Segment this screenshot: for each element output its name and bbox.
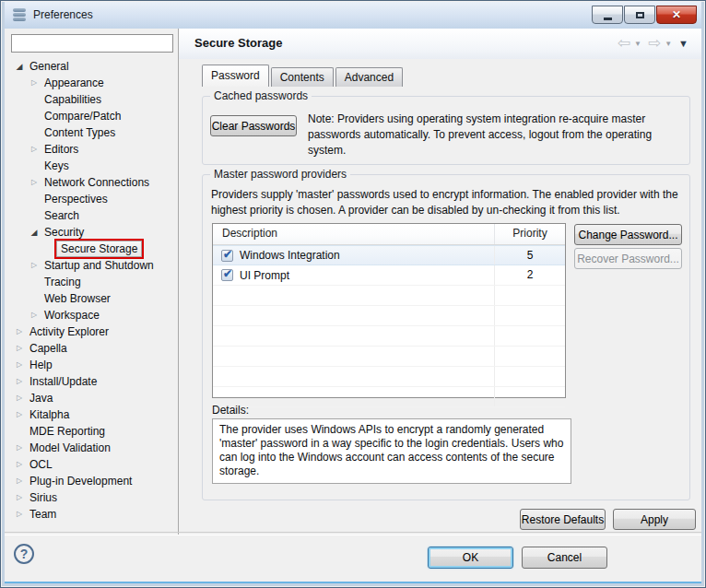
tree-item-label: Capabilities bbox=[41, 91, 104, 108]
tree-item-kitalpha[interactable]: ▷Kitalpha bbox=[5, 406, 177, 423]
column-header-description[interactable]: Description bbox=[213, 224, 495, 244]
tree-item-label: Tracing bbox=[41, 274, 84, 290]
page-title: Secure Storage bbox=[194, 36, 282, 50]
tree-item-perspectives[interactable]: Perspectives bbox=[5, 191, 177, 207]
tree-collapsed-icon[interactable]: ▷ bbox=[12, 440, 27, 456]
column-header-priority[interactable]: Priority bbox=[495, 224, 565, 244]
provider-checkbox[interactable] bbox=[221, 250, 233, 262]
ok-button[interactable]: OK bbox=[428, 547, 513, 569]
details-text: The provider uses Windows APIs to encryp… bbox=[212, 418, 571, 484]
tree-item-tracing[interactable]: Tracing bbox=[5, 274, 177, 290]
provider-checkbox[interactable] bbox=[221, 269, 233, 281]
tree-item-label: Compare/Patch bbox=[41, 108, 124, 124]
tree-item-label: Search bbox=[41, 207, 82, 224]
tree-collapsed-icon[interactable]: ▷ bbox=[27, 307, 41, 323]
tree-item-team[interactable]: ▷Team bbox=[5, 506, 177, 523]
tree-item-startup-and-shutdown[interactable]: ▷Startup and Shutdown bbox=[5, 257, 177, 274]
minimize-button[interactable] bbox=[592, 6, 623, 24]
tree-item-model-validation[interactable]: ▷Model Validation bbox=[5, 440, 177, 456]
tree-item-workspace[interactable]: ▷Workspace bbox=[5, 307, 177, 323]
tree-expanded-icon[interactable]: ◢ bbox=[27, 224, 41, 241]
maximize-button[interactable] bbox=[624, 6, 655, 24]
tree-item-java[interactable]: ▷Java bbox=[5, 390, 177, 406]
provider-priority-cell: 2 bbox=[494, 265, 565, 285]
tree-item-keys[interactable]: Keys bbox=[5, 158, 177, 174]
tree-collapsed-icon[interactable]: ▷ bbox=[27, 257, 41, 274]
tree-collapsed-icon[interactable]: ▷ bbox=[12, 323, 27, 340]
tree-item-appearance[interactable]: ▷Appearance bbox=[5, 75, 177, 91]
tree-item-capella[interactable]: ▷Capella bbox=[5, 340, 177, 357]
window-controls: ✕ bbox=[591, 6, 697, 24]
tree-item-label: Help bbox=[27, 357, 55, 373]
tree-collapsed-icon[interactable]: ▷ bbox=[27, 174, 41, 191]
tree-item-help[interactable]: ▷Help bbox=[5, 357, 177, 373]
tree-item-activity-explorer[interactable]: ▷Activity Explorer bbox=[5, 323, 177, 340]
master-providers-group: Master password providers Providers supp… bbox=[202, 174, 690, 500]
filter-input[interactable] bbox=[11, 34, 173, 53]
tree-item-label: Startup and Shutdown bbox=[41, 257, 157, 274]
tree-item-label: Model Validation bbox=[27, 440, 113, 456]
preferences-tree: ◢General▷AppearanceCapabilitiesCompare/P… bbox=[5, 58, 177, 535]
tree-item-label: Plug-in Development bbox=[27, 473, 135, 489]
window-title: Preferences bbox=[33, 8, 93, 21]
tree-item-editors[interactable]: ▷Editors bbox=[5, 141, 177, 158]
provider-row-ui-prompt[interactable]: UI Prompt2 bbox=[213, 265, 565, 286]
tree-collapsed-icon[interactable]: ▷ bbox=[12, 390, 27, 406]
providers-table-body: Windows Integration5UI Prompt2 bbox=[213, 245, 565, 407]
tab-contents[interactable]: Contents bbox=[271, 67, 334, 87]
back-arrow-icon[interactable]: ⇦ bbox=[618, 34, 630, 53]
empty-table-row bbox=[213, 326, 565, 347]
tree-item-secure-storage[interactable]: Secure Storage bbox=[5, 241, 177, 257]
bottom-bar: ? OK Cancel bbox=[5, 535, 701, 582]
tree-item-mde-reporting[interactable]: MDE Reporting bbox=[5, 423, 177, 440]
tree-item-label: Secure Storage bbox=[54, 239, 144, 259]
tree-item-compare-patch[interactable]: Compare/Patch bbox=[5, 108, 177, 124]
help-button[interactable]: ? bbox=[14, 544, 34, 564]
provider-row-windows-integration[interactable]: Windows Integration5 bbox=[213, 245, 565, 265]
forward-history-caret-icon[interactable]: ▼ bbox=[665, 40, 672, 48]
tree-expanded-icon[interactable]: ◢ bbox=[12, 58, 27, 75]
tree-collapsed-icon[interactable]: ▷ bbox=[27, 75, 41, 91]
tree-item-label: Editors bbox=[41, 141, 81, 158]
change-password-button[interactable]: Change Password... bbox=[574, 224, 682, 245]
tree-collapsed-icon[interactable]: ▷ bbox=[12, 340, 27, 357]
cancel-button[interactable]: Cancel bbox=[522, 547, 607, 569]
tree-collapsed-icon[interactable]: ▷ bbox=[12, 506, 27, 523]
tree-item-general[interactable]: ◢General bbox=[5, 58, 177, 75]
clear-passwords-button[interactable]: Clear Passwords bbox=[210, 115, 297, 136]
tree-item-capabilities[interactable]: Capabilities bbox=[5, 91, 177, 108]
tree-item-content-types[interactable]: Content Types bbox=[5, 124, 177, 141]
tree-collapsed-icon[interactable]: ▷ bbox=[27, 141, 41, 158]
tab-advanced[interactable]: Advanced bbox=[335, 67, 403, 87]
recover-password-button: Recover Password... bbox=[574, 248, 682, 269]
tree-collapsed-icon[interactable]: ▷ bbox=[12, 357, 27, 373]
title-bar[interactable]: Preferences ✕ bbox=[2, 2, 704, 29]
restore-defaults-button[interactable]: Restore Defaults bbox=[520, 509, 606, 530]
tree-collapsed-icon[interactable]: ▷ bbox=[12, 456, 27, 473]
cached-passwords-group: Cached passwords Clear Passwords Note: P… bbox=[202, 96, 690, 165]
tree-collapsed-icon[interactable]: ▷ bbox=[12, 473, 27, 489]
tree-item-search[interactable]: Search bbox=[5, 207, 177, 224]
tab-bar: Password Contents Advanced bbox=[202, 65, 403, 87]
tree-collapsed-icon[interactable]: ▷ bbox=[12, 489, 27, 506]
tree-item-network-connections[interactable]: ▷Network Connections bbox=[5, 174, 177, 191]
cached-passwords-note: Note: Providers using operating system i… bbox=[308, 112, 678, 159]
tree-item-plug-in-development[interactable]: ▷Plug-in Development bbox=[5, 473, 177, 489]
view-menu-caret-icon[interactable]: ▼ bbox=[678, 38, 688, 49]
close-icon: ✕ bbox=[672, 9, 681, 20]
apply-button[interactable]: Apply bbox=[613, 509, 696, 530]
tree-item-ocl[interactable]: ▷OCL bbox=[5, 456, 177, 473]
nav-cluster: ⇦ ▼ ⇨ ▼ ▼ bbox=[618, 34, 688, 53]
close-button[interactable]: ✕ bbox=[656, 6, 697, 24]
tree-item-sirius[interactable]: ▷Sirius bbox=[5, 489, 177, 506]
app-icon bbox=[12, 8, 27, 23]
back-history-caret-icon[interactable]: ▼ bbox=[634, 40, 641, 48]
tree-collapsed-icon[interactable]: ▷ bbox=[12, 373, 27, 390]
providers-table[interactable]: Description Priority Windows Integration… bbox=[212, 223, 566, 398]
forward-arrow-icon[interactable]: ⇨ bbox=[648, 34, 661, 53]
provider-name: Windows Integration bbox=[240, 249, 340, 262]
tree-item-web-browser[interactable]: Web Browser bbox=[5, 290, 177, 307]
tab-password[interactable]: Password bbox=[202, 65, 269, 87]
tree-item-install-update[interactable]: ▷Install/Update bbox=[5, 373, 177, 390]
tree-collapsed-icon[interactable]: ▷ bbox=[12, 406, 27, 423]
